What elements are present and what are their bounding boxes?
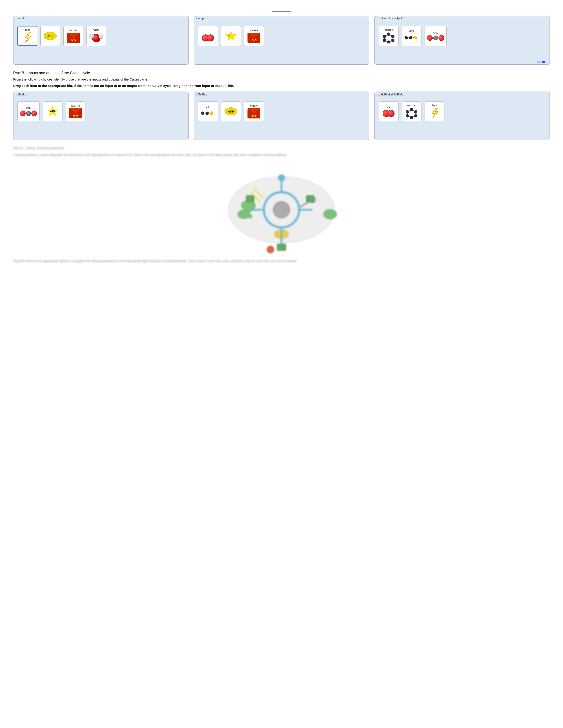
item-co2-a[interactable]: CO₂: [425, 26, 447, 46]
nadph-label-a: NADPH: [250, 29, 258, 32]
part-b-instruction1: From the following choices, identify tho…: [13, 77, 550, 81]
part-a-bins-row: input light ADP NADP⁺: [13, 16, 550, 65]
svg-point-59: [267, 246, 274, 253]
item-glucose-a[interactable]: glucose: [379, 26, 399, 46]
item-light-b[interactable]: light: [425, 101, 445, 121]
nadph-svg-b: [69, 108, 82, 118]
glucose-icon-b: [405, 107, 418, 119]
part-c-footer: Drag the items to the appropriate blanks…: [13, 259, 550, 263]
item-adp-b[interactable]: ADP: [221, 101, 241, 121]
part-a-neither-bin[interactable]: not input or output glucose: [375, 16, 550, 65]
light-label-b: light: [432, 104, 437, 107]
part-a-output-items: O₂ ATP NADPH: [198, 26, 365, 46]
item-o2-a[interactable]: O₂: [198, 26, 218, 46]
nadpplus-b-c1: –: [251, 115, 254, 117]
atp-icon-a: ATP: [224, 30, 237, 42]
part-b-heading-bold: Part B -: [13, 71, 26, 75]
nadpplus-b-c2: –: [254, 115, 256, 117]
o2-label-a: O₂: [207, 31, 209, 34]
glucose-icon-a: [382, 32, 396, 43]
nadpplus-c1: –: [71, 39, 73, 41]
nadph-label-b: NADPH: [71, 105, 80, 107]
nadph-b-c1: –: [73, 114, 75, 117]
co2-label-b: CO₂: [26, 107, 31, 110]
page-dot-1-a: [537, 61, 541, 63]
light-icon-b: [428, 107, 441, 119]
part-a-neither-items: glucose G: [379, 26, 546, 46]
glucose-label-a: glucose: [384, 28, 393, 31]
item-nadph-b[interactable]: NADPH – –: [66, 101, 85, 121]
chloroplast-diagram: [224, 161, 339, 254]
svg-point-54: [324, 209, 337, 219]
svg-point-28: [210, 112, 213, 115]
part-c-section: Part C - Rates of photosynthesis In phot…: [13, 146, 550, 263]
o2-icon-a: [202, 34, 214, 41]
nadph-c1: –: [251, 39, 254, 41]
svg-rect-56: [277, 244, 286, 251]
item-light-a[interactable]: light: [17, 26, 37, 46]
nadpplus-svg-a: [67, 33, 80, 43]
svg-point-47: [273, 201, 290, 218]
part-b-heading-text: Inputs and outputs of the Calvin cycle: [28, 71, 90, 75]
part-b-instruction2: Drag each item to the appropriate bin. I…: [13, 84, 550, 88]
item-g3p-b[interactable]: G3P: [198, 101, 218, 121]
nadph-icon-b: – –: [69, 108, 82, 118]
g3p-icon-a: [405, 34, 419, 42]
item-nadph-a[interactable]: NADPH – –: [244, 26, 264, 46]
nadpplus-c2: –: [74, 39, 76, 41]
co2-icon-b: [20, 111, 37, 116]
chloroplast-svg: [224, 161, 339, 254]
nadpplus-label-b: NADP⁺: [250, 105, 258, 107]
part-b-input-label: input: [16, 92, 26, 96]
part-b-heading: Part B - Inputs and outputs of the Calvi…: [13, 71, 550, 75]
svg-rect-57: [246, 195, 254, 202]
g3p-icon-b: [201, 109, 215, 117]
item-glucose-b[interactable]: glucose: [402, 101, 422, 121]
light-icon-a: [21, 32, 34, 43]
item-atp-a[interactable]: ATP: [221, 26, 241, 46]
svg-point-49: [278, 174, 285, 181]
item-co2-b[interactable]: CO₂: [17, 101, 39, 121]
nadpplus-label-a: NADP⁺: [69, 29, 77, 32]
part-b-neither-bin[interactable]: not input or output O₂ glucose: [375, 92, 550, 140]
part-b-output-bin[interactable]: output G3P ADP NADP⁺: [194, 92, 369, 140]
svg-point-26: [201, 112, 204, 115]
part-b-output-items: G3P ADP NADP⁺: [198, 101, 365, 121]
svg-point-65: [248, 208, 252, 212]
co2-label-a: CO₂: [433, 31, 438, 34]
nadph-svg-a: [247, 33, 260, 43]
o2-label-b: O₂: [387, 106, 390, 109]
nadph-c2: –: [254, 39, 256, 41]
part-b-input-items: CO₂ ATP NADPH: [17, 101, 184, 121]
item-o2-b[interactable]: O₂: [379, 101, 399, 121]
part-a-input-bin[interactable]: input light ADP NADP⁺: [13, 16, 188, 65]
part-a-output-label: output: [196, 16, 208, 20]
svg-point-19: [405, 36, 408, 39]
part-b-neither-items: O₂ glucose: [379, 101, 546, 121]
item-atp-b[interactable]: ATP: [43, 101, 62, 121]
part-a-output-bin[interactable]: output O₂ ATP NADPH: [194, 16, 369, 65]
svg-point-20: [409, 36, 412, 39]
adp-oval-a: ADP: [44, 32, 57, 40]
part-a-input-label: input: [16, 16, 26, 20]
part-a-input-items: light ADP NADP⁺ –: [17, 26, 184, 46]
item-g3p-a[interactable]: G3P: [402, 26, 422, 46]
water-label-a: water: [93, 28, 99, 31]
part-c-heading: Part C - Rates of photosynthesis: [13, 146, 550, 150]
svg-point-4: [99, 34, 103, 39]
page-dot-2-a: [542, 61, 546, 63]
svg-point-3: [89, 34, 94, 39]
item-water-a[interactable]: water: [86, 26, 106, 46]
nadpplus-icon-a: – –: [67, 33, 80, 43]
nadph-b-c2: –: [76, 114, 78, 117]
part-b-input-bin[interactable]: input CO₂ ATP NADPH: [13, 92, 188, 140]
water-icon-a: [89, 32, 103, 43]
item-adp-a[interactable]: ADP: [40, 26, 60, 46]
item-nadpplus-a[interactable]: NADP⁺ – –: [63, 26, 83, 46]
part-c-instruction: In photosynthesis, a plant integrates th…: [13, 152, 550, 157]
o2-icon-b: [383, 110, 395, 117]
nadpplus-icon-b: – –: [247, 108, 260, 118]
item-nadpplus-b[interactable]: NADP⁺ – –: [244, 101, 264, 121]
pagination-a: [537, 61, 546, 63]
adp-oval-b: ADP: [224, 107, 237, 115]
